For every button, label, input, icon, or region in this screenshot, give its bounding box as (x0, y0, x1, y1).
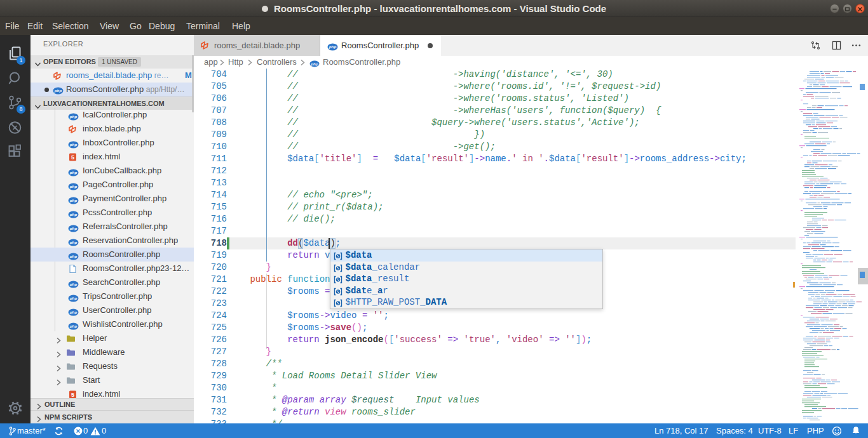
svg-text:php: php (69, 226, 78, 230)
svg-text:php: php (69, 240, 78, 244)
svg-text:php: php (69, 324, 78, 328)
svg-text:php: php (69, 184, 78, 189)
svg-text:5: 5 (71, 154, 74, 161)
svg-text:php: php (69, 198, 78, 202)
svg-text:php: php (69, 114, 78, 119)
svg-text:php: php (69, 254, 78, 258)
svg-text:php: php (69, 142, 78, 147)
svg-text:php: php (69, 296, 78, 300)
svg-text:php: php (329, 44, 337, 49)
svg-text:php: php (69, 310, 78, 314)
svg-text:php: php (69, 170, 78, 175)
svg-text:php: php (54, 88, 62, 93)
svg-text:php: php (69, 282, 78, 286)
svg-text:php: php (310, 62, 318, 66)
svg-text:5: 5 (71, 392, 74, 398)
svg-text:php: php (69, 212, 78, 216)
